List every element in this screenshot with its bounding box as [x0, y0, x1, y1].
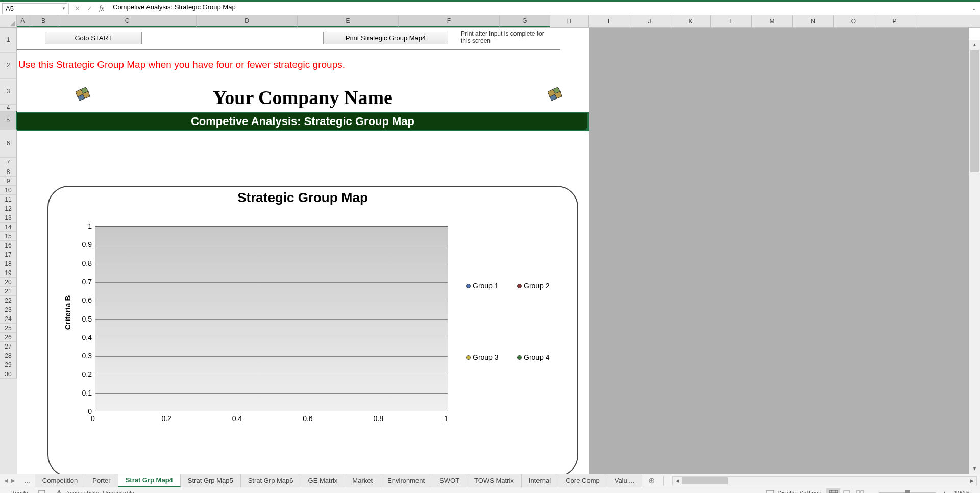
column-header-O[interactable]: O [834, 15, 874, 27]
display-settings-icon [766, 490, 774, 494]
row-header-27[interactable]: 27 [0, 342, 17, 351]
horizontal-scroll-thumb[interactable] [682, 477, 728, 484]
page-layout-view-button[interactable] [840, 488, 853, 494]
name-box-dropdown-icon[interactable]: ▼ [62, 6, 66, 11]
row-header-23[interactable]: 23 [0, 305, 17, 314]
zoom-slider-thumb[interactable] [905, 490, 910, 494]
sheet-tab[interactable]: Core Comp [558, 474, 607, 487]
row-header-10[interactable]: 10 [0, 186, 17, 195]
print-map-button[interactable]: Print Strategic Group Map4 [323, 32, 448, 44]
vertical-scroll-thumb[interactable] [970, 50, 979, 172]
column-header-L[interactable]: L [711, 15, 752, 27]
sheet-tab[interactable]: Market [345, 474, 380, 487]
row-header-6[interactable]: 6 [0, 130, 17, 158]
column-header-N[interactable]: N [793, 15, 834, 27]
row-header-4[interactable]: 4 [0, 105, 17, 111]
column-header-C[interactable]: C [58, 15, 197, 27]
row-header-22[interactable]: 22 [0, 296, 17, 305]
row-header-11[interactable]: 11 [0, 195, 17, 204]
scroll-left-icon[interactable]: ◀ [673, 478, 682, 483]
row-header-29[interactable]: 29 [0, 360, 17, 369]
row-header-24[interactable]: 24 [0, 314, 17, 324]
row-header-15[interactable]: 15 [0, 232, 17, 241]
row-header-2[interactable]: 2 [0, 53, 17, 79]
column-header-J[interactable]: J [629, 15, 670, 27]
zoom-out-button[interactable]: − [866, 489, 875, 494]
row-header-7[interactable]: 7 [0, 158, 17, 167]
page-break-view-button[interactable] [853, 488, 866, 494]
sheet-tab[interactable]: Internal [522, 474, 558, 487]
sheet-tab[interactable]: Competition [35, 474, 85, 487]
tab-overflow-icon[interactable]: ... [19, 477, 35, 484]
sheet-tab[interactable]: TOWS Matrix [467, 474, 522, 487]
row-header-12[interactable]: 12 [0, 204, 17, 213]
tab-nav-next-icon[interactable]: ▶ [11, 478, 15, 483]
row-header-18[interactable]: 18 [0, 259, 17, 268]
scroll-right-icon[interactable]: ▶ [967, 478, 976, 483]
macro-record-icon[interactable] [33, 490, 51, 494]
row-header-1[interactable]: 1 [0, 28, 17, 53]
sheet-tab[interactable]: Strat Grp Map4 [118, 474, 181, 487]
formula-bar-expand-icon[interactable]: ⌄ [969, 3, 980, 14]
row-header-20[interactable]: 20 [0, 278, 17, 287]
column-header-P[interactable]: P [874, 15, 915, 27]
add-sheet-button[interactable]: ⊕ [642, 476, 661, 485]
sheet-tab[interactable]: GE Matrix [301, 474, 346, 487]
chart-plot-area [95, 226, 448, 411]
content-area: Goto START Print Strategic Group Map4 Pr… [17, 28, 589, 474]
row-header-14[interactable]: 14 [0, 223, 17, 232]
row-header-3[interactable]: 3 [0, 79, 17, 105]
column-header-M[interactable]: M [752, 15, 793, 27]
row-header-21[interactable]: 21 [0, 287, 17, 296]
sheet-tab[interactable]: Porter [85, 474, 118, 487]
page-break-icon [856, 490, 864, 494]
normal-view-button[interactable] [826, 488, 840, 494]
column-header-H[interactable]: H [550, 15, 589, 27]
sheet-tab[interactable]: Strat Grp Map6 [241, 474, 301, 487]
goto-start-button[interactable]: Goto START [45, 32, 142, 44]
company-name-title: Your Company Name [17, 86, 589, 109]
instruction-text: Use this Strategic Group Map when you ha… [18, 59, 345, 70]
horizontal-scrollbar[interactable]: ◀ ▶ [672, 476, 977, 485]
tab-resize-handle[interactable] [663, 476, 669, 485]
name-box[interactable]: A5 ▼ [2, 3, 67, 14]
column-header-I[interactable]: I [589, 15, 629, 27]
chart-legend-item: Group 4 [517, 353, 550, 361]
row-header-28[interactable]: 28 [0, 351, 17, 360]
row-header-26[interactable]: 26 [0, 333, 17, 342]
sheet-tab[interactable]: Environment [380, 474, 432, 487]
column-header-K[interactable]: K [670, 15, 711, 27]
sheet-tab[interactable]: SWOT [432, 474, 467, 487]
scroll-down-icon[interactable]: ▼ [969, 463, 980, 474]
fx-icon[interactable]: fx [95, 3, 108, 14]
cells-area[interactable]: Goto START Print Strategic Group Map4 Pr… [17, 28, 980, 474]
scroll-up-icon[interactable]: ▲ [969, 40, 980, 50]
row-header-9[interactable]: 9 [0, 177, 17, 186]
column-header-F[interactable]: F [399, 15, 500, 27]
row-header-17[interactable]: 17 [0, 250, 17, 259]
accessibility-status[interactable]: Accessibility: Unavailable [51, 490, 140, 494]
row-header-25[interactable]: 25 [0, 324, 17, 333]
zoom-in-button[interactable]: + [940, 489, 949, 494]
row-header-19[interactable]: 19 [0, 268, 17, 278]
sheet-tab[interactable]: Strat Grp Map5 [181, 474, 241, 487]
column-header-D[interactable]: D [197, 15, 298, 27]
tab-nav-prev-icon[interactable]: ◀ [4, 478, 8, 483]
display-settings-button[interactable]: Display Settings [761, 490, 826, 494]
row-header-13[interactable]: 13 [0, 213, 17, 223]
row-header-30[interactable]: 30 [0, 369, 17, 379]
column-header-E[interactable]: E [298, 15, 399, 27]
zoom-level[interactable]: 100% [949, 490, 975, 494]
column-header-A[interactable]: A [17, 15, 29, 27]
column-header-B[interactable]: B [29, 15, 58, 27]
row-header-5[interactable]: 5 [0, 111, 17, 130]
row-header-8[interactable]: 8 [0, 167, 17, 177]
column-header-G[interactable]: G [500, 15, 550, 27]
formula-input[interactable]: Competive Analysis: Strategic Group Map [108, 3, 969, 14]
sheet-tab[interactable]: Valu ... [607, 474, 643, 487]
cancel-formula-icon: ✕ [71, 3, 83, 14]
row-header-16[interactable]: 16 [0, 241, 17, 250]
chart-x-tick: 0.4 [232, 414, 242, 423]
vertical-scrollbar[interactable]: ▲ ▼ [969, 40, 980, 474]
select-all-corner[interactable] [0, 15, 17, 28]
